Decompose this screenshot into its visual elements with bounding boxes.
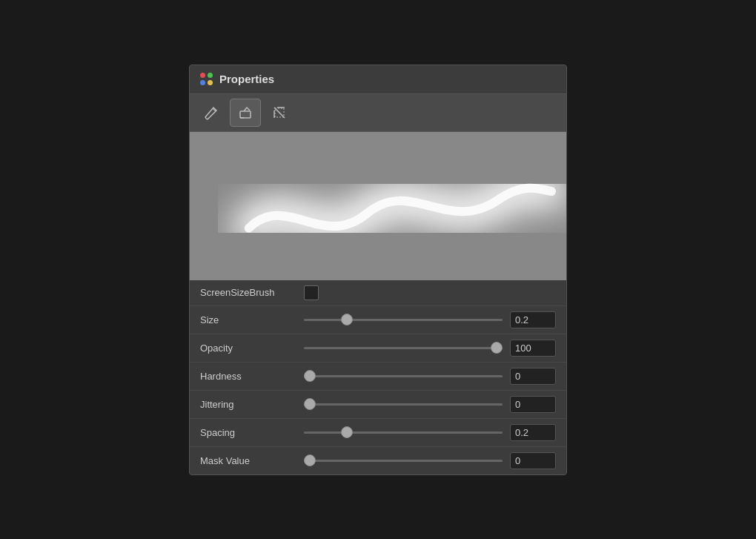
properties-icon xyxy=(200,73,213,86)
mask-value-slider[interactable] xyxy=(304,460,503,462)
properties-list: ScreenSizeBrush Size Opacity xyxy=(190,280,566,474)
hardness-label: Hardness xyxy=(200,371,296,382)
opacity-slider-container xyxy=(304,340,503,355)
size-slider[interactable] xyxy=(304,319,503,321)
opacity-control xyxy=(304,340,556,357)
screen-size-brush-row: ScreenSizeBrush xyxy=(190,280,566,306)
jittering-slider[interactable] xyxy=(304,403,503,406)
opacity-row: Opacity xyxy=(190,334,566,363)
spacing-slider-container xyxy=(304,425,503,440)
hardness-row: Hardness xyxy=(190,363,566,391)
crop-tool-button[interactable] xyxy=(264,99,295,127)
screen-size-brush-label: ScreenSizeBrush xyxy=(200,287,296,298)
toolbar xyxy=(190,94,566,132)
jittering-label: Jittering xyxy=(200,399,296,410)
brush-tool-button[interactable] xyxy=(196,99,227,127)
size-label: Size xyxy=(200,314,296,325)
spacing-slider[interactable] xyxy=(304,431,503,434)
mask-value-row: Mask Value xyxy=(190,447,566,474)
jittering-slider-container xyxy=(304,397,503,411)
spacing-label: Spacing xyxy=(200,427,296,438)
mask-value-slider-container xyxy=(304,453,503,468)
mask-value-label: Mask Value xyxy=(200,455,296,466)
hardness-slider[interactable] xyxy=(304,375,503,377)
opacity-slider[interactable] xyxy=(304,347,503,349)
hardness-value[interactable] xyxy=(510,368,556,385)
screen-size-brush-checkbox[interactable] xyxy=(304,285,319,300)
opacity-label: Opacity xyxy=(200,343,296,354)
hardness-control xyxy=(304,368,556,385)
jittering-control xyxy=(304,396,556,413)
size-row: Size xyxy=(190,306,566,334)
mask-value-control xyxy=(304,452,556,469)
hardness-slider-container xyxy=(304,368,503,383)
panel-title: Properties xyxy=(219,73,274,85)
screen-size-brush-control xyxy=(304,285,556,300)
brush-preview xyxy=(190,132,566,280)
panel-header: Properties xyxy=(190,65,566,94)
eraser-tool-button[interactable] xyxy=(230,99,261,127)
spacing-row: Spacing xyxy=(190,419,566,447)
size-control xyxy=(304,311,556,328)
opacity-value[interactable] xyxy=(510,340,556,357)
spacing-control xyxy=(304,424,556,441)
spacing-value[interactable] xyxy=(510,424,556,441)
jittering-row: Jittering xyxy=(190,391,566,419)
mask-value-value[interactable] xyxy=(510,452,556,469)
properties-panel: Properties xyxy=(189,65,567,475)
size-slider-container xyxy=(304,312,503,327)
svg-rect-0 xyxy=(240,111,251,118)
size-value[interactable] xyxy=(510,311,556,328)
jittering-value[interactable] xyxy=(510,396,556,413)
